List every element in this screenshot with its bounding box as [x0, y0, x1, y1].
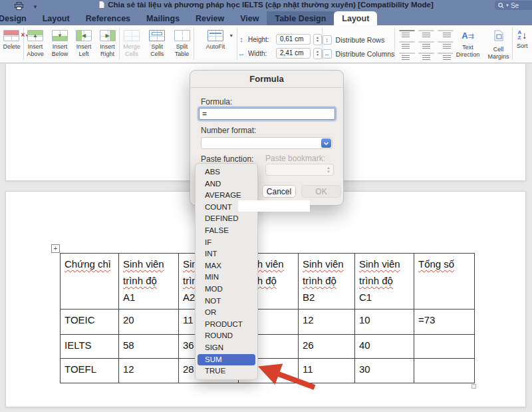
width-input[interactable]: 2,41 cm	[276, 48, 311, 59]
tab-mailings[interactable]: Mailings	[138, 11, 188, 25]
column-width-icon: ↔	[237, 49, 245, 57]
tab-design[interactable]: Design	[0, 11, 35, 25]
align-top-center-button[interactable]	[418, 30, 434, 31]
table-header-cell[interactable]: Sinh viên trình độC1	[355, 254, 414, 309]
insert-below-icon: ▼	[52, 30, 68, 41]
paste-bookmark-label: Paste bookmark:	[265, 154, 325, 163]
table-row: IELTS58362640	[61, 335, 475, 359]
align-bottom-left-button[interactable]	[399, 53, 415, 54]
delete-table-icon: ×▼	[3, 30, 19, 41]
table-cell[interactable]: TOEIC	[61, 309, 119, 335]
height-stepper[interactable]: ▲▼	[313, 34, 322, 45]
width-stepper[interactable]: ▲▼	[313, 48, 322, 59]
insert-left-icon: ◀	[76, 30, 92, 41]
merge-cells-button: Merge Cells	[119, 28, 144, 57]
document-icon	[98, 1, 105, 9]
align-bottom-right-button[interactable]	[438, 53, 454, 54]
align-top-left-button[interactable]	[399, 30, 415, 31]
menu-item-or[interactable]: OR	[196, 307, 257, 319]
menu-item-not[interactable]: NOT	[196, 296, 257, 308]
row-height-icon: ↕	[237, 35, 245, 43]
table-cell[interactable]: =73	[414, 309, 475, 335]
white-overlay-box	[238, 200, 310, 212]
text-direction-button[interactable]: A⇉ Text Direction	[454, 28, 482, 58]
insert-left-button[interactable]: ◀ Insert Left	[73, 28, 95, 57]
table-cell[interactable]: 10	[355, 309, 414, 335]
menu-item-sum[interactable]: SUM	[198, 354, 255, 366]
distribute-columns-button[interactable]: ↔ Distribute Columns	[323, 49, 395, 59]
menu-item-if[interactable]: IF	[196, 237, 257, 249]
document-title: Chia sẻ tài liệu và phương pháp học IELT…	[0, 1, 532, 9]
distribute-columns-icon: ↔	[323, 49, 332, 59]
autofit-button[interactable]: ▼ AutoFit	[206, 28, 225, 51]
chevron-down-icon[interactable]	[321, 138, 331, 148]
height-input[interactable]: 0,61 cm	[276, 34, 311, 45]
tab-table-design[interactable]: Table Design	[267, 11, 334, 25]
table-move-handle-icon[interactable]: +	[51, 244, 60, 253]
text-direction-icon: A⇉	[462, 30, 474, 42]
tab-review[interactable]: Review	[188, 11, 232, 25]
merge-cells-icon	[124, 30, 140, 41]
menu-item-true[interactable]: TRUE	[196, 365, 257, 377]
width-label: Width:	[248, 50, 273, 57]
search-box[interactable]: ▼ Se	[495, 1, 532, 10]
menu-item-min[interactable]: MIN	[196, 272, 257, 284]
menu-item-max[interactable]: MAX	[196, 260, 257, 272]
table-cell[interactable]: 12	[299, 309, 355, 335]
tab-layout[interactable]: Layout	[35, 11, 78, 25]
menu-item-int[interactable]: INT	[196, 248, 257, 260]
sort-button[interactable]: AZ↓ Sort	[517, 28, 528, 50]
align-middle-left-button[interactable]	[399, 41, 415, 43]
table-header-cell[interactable]: Sinh viên trình độA1	[119, 254, 179, 309]
insert-right-button[interactable]: ▶ Insert Right	[96, 28, 119, 57]
table-cell[interactable]: 40	[355, 335, 414, 359]
number-format-label: Number format:	[201, 126, 256, 135]
menu-item-false[interactable]: FALSE	[196, 225, 257, 237]
insert-right-icon: ▶	[100, 30, 116, 41]
number-format-select[interactable]	[201, 137, 332, 149]
paste-function-label: Paste function:	[201, 154, 253, 164]
table-row: TOEIC20111210=73	[61, 309, 475, 335]
table-header-cell[interactable]: Tổng số	[414, 254, 475, 309]
insert-above-button[interactable]: ▲ Insert Above	[24, 28, 47, 57]
table-cell[interactable]: 30	[355, 359, 414, 383]
cell-margins-button[interactable]: Cell Margins	[485, 28, 512, 60]
table-cell[interactable]: 58	[119, 335, 179, 359]
table-cell[interactable]: 20	[119, 309, 179, 335]
tab-references[interactable]: References	[78, 11, 138, 25]
table-header-cell[interactable]: Sinh viên trình độB2	[299, 254, 355, 309]
distribute-rows-button[interactable]: ↕ Distribute Rows	[323, 35, 385, 45]
split-table-button[interactable]: Split Table	[170, 28, 194, 57]
tab-view[interactable]: View	[232, 11, 267, 25]
tab-layout[interactable]: Layout	[334, 11, 377, 25]
split-cells-button[interactable]: Split Cells	[146, 28, 169, 57]
delete-button[interactable]: ×▼ Delete	[3, 28, 20, 51]
table-cell[interactable]: IELTS	[61, 335, 119, 359]
align-middle-right-button[interactable]	[438, 41, 454, 43]
table-cell[interactable]: TOEFL	[61, 359, 119, 383]
table-cell[interactable]: 12	[119, 359, 179, 383]
menu-item-product[interactable]: PRODUCT	[196, 319, 257, 331]
menu-item-round[interactable]: ROUND	[196, 330, 257, 342]
menu-item-sign[interactable]: SIGN	[196, 342, 257, 354]
align-top-right-button[interactable]	[438, 30, 454, 31]
height-label: Height:	[248, 36, 273, 43]
menu-item-abs[interactable]: ABS	[196, 166, 257, 178]
insert-below-button[interactable]: ▼ Insert Below	[49, 28, 72, 57]
distribute-rows-icon: ↕	[323, 35, 332, 45]
table-header-cell[interactable]: Chứng chỉ	[61, 254, 119, 309]
menu-item-and[interactable]: AND	[196, 178, 257, 190]
align-middle-center-button[interactable]	[418, 41, 434, 43]
table-cell[interactable]: 26	[299, 335, 355, 359]
table-cell[interactable]	[414, 335, 475, 359]
formula-input[interactable]: =	[199, 108, 335, 120]
cell-alignment-grid	[395, 25, 454, 63]
paste-bookmark-select: ▲▼	[265, 164, 334, 176]
align-bottom-center-button[interactable]	[418, 53, 434, 54]
menu-item-defined[interactable]: DEFINED	[196, 213, 257, 225]
table-cell[interactable]	[414, 359, 475, 383]
table-resize-handle[interactable]	[471, 384, 476, 389]
menu-item-mod[interactable]: MOD	[196, 284, 257, 296]
split-cells-icon	[149, 30, 165, 41]
cancel-button[interactable]: Cancel	[262, 185, 296, 198]
